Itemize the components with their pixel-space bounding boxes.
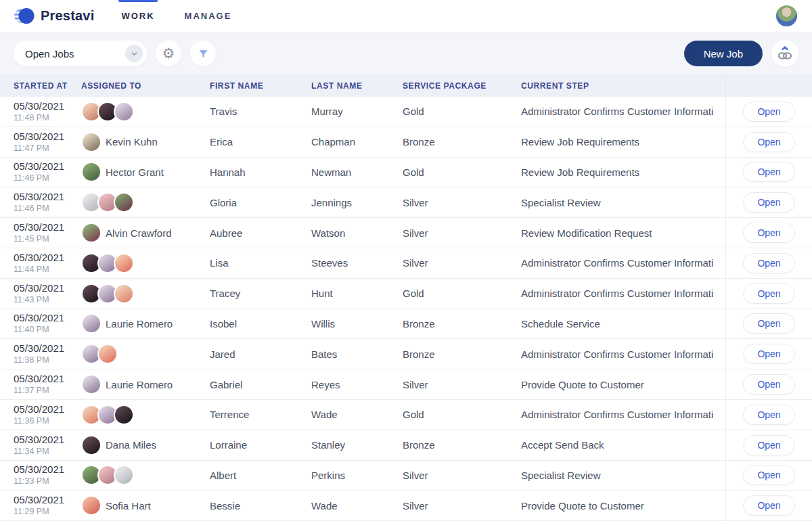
top-nav: Prestavi WORK MANAGE (0, 0, 812, 32)
last-name-cell: Wade (311, 500, 403, 512)
action-cell: Open (725, 339, 812, 369)
toolbar: Open Jobs ⚙ New Job (0, 32, 812, 74)
assignee-avatar (81, 132, 102, 152)
open-job-button[interactable]: Open (743, 344, 794, 364)
jobs-table: STARTED AT ASSIGNED TO FIRST NAME LAST N… (0, 74, 812, 521)
started-time: 11:44 PM (14, 265, 81, 275)
action-cell: Open (725, 309, 812, 339)
tab-manage[interactable]: MANAGE (183, 0, 233, 32)
action-cell: Open (725, 97, 812, 127)
service-package-cell: Gold (403, 166, 521, 178)
started-time: 11:34 PM (14, 447, 81, 457)
service-package-cell: Bronze (403, 136, 521, 148)
share-link-button[interactable] (771, 40, 798, 67)
assignee-avatar (114, 253, 134, 273)
gear-icon: ⚙ (162, 47, 175, 61)
col-header-assigned-to: ASSIGNED TO (81, 81, 210, 91)
current-step-cell: Schedule Service (521, 318, 725, 330)
assignee-avatar (114, 192, 134, 212)
open-job-button[interactable]: Open (743, 101, 794, 122)
service-package-cell: Silver (403, 379, 521, 390)
first-name-cell: Albert (210, 470, 311, 481)
open-job-button[interactable]: Open (743, 313, 794, 334)
tab-work[interactable]: WORK (120, 0, 156, 32)
open-job-button[interactable]: Open (743, 192, 794, 212)
current-step-cell: Review Job Requirements (521, 166, 725, 178)
assignee-avatar (114, 284, 134, 304)
current-step-cell: Specialist Review (521, 470, 725, 481)
open-job-button[interactable]: Open (743, 374, 794, 394)
assigned-to-cell: Kevin Kuhn (81, 132, 210, 152)
open-job-button[interactable]: Open (743, 223, 794, 243)
first-name-cell: Bessie (210, 500, 311, 512)
started-time: 11:36 PM (14, 416, 81, 426)
action-cell: Open (725, 400, 812, 430)
action-cell: Open (725, 187, 812, 217)
current-step-cell: Accept Send Back (521, 439, 725, 451)
started-at-cell: 05/30/2021 11:33 PM (0, 463, 81, 486)
assigned-to-cell (81, 284, 210, 304)
col-header-actions (725, 74, 812, 97)
assignee-avatar (114, 465, 134, 485)
action-cell: Open (725, 127, 812, 157)
first-name-cell: Gloria (210, 197, 311, 208)
last-name-cell: Perkins (311, 470, 403, 481)
open-job-button[interactable]: Open (743, 284, 794, 304)
job-view-select-value: Open Jobs (25, 48, 74, 60)
action-cell: Open (725, 248, 812, 278)
chevron-down-icon[interactable] (125, 45, 143, 62)
open-job-button[interactable]: Open (743, 162, 794, 182)
open-job-button[interactable]: Open (743, 465, 794, 485)
started-time: 11:38 PM (14, 355, 81, 365)
service-package-cell: Silver (403, 500, 521, 512)
current-step-cell: Administrator Confirms Customer Informat… (521, 257, 725, 269)
started-at-cell: 05/30/2021 11:44 PM (0, 252, 81, 275)
action-cell: Open (725, 158, 812, 187)
started-time: 11:46 PM (14, 204, 81, 214)
last-name-cell: Stanley (311, 439, 403, 451)
first-name-cell: Terrence (210, 409, 311, 420)
table-row: 05/30/2021 11:37 PM Laurie Romero Gabrie… (0, 369, 812, 400)
assignee-name: Dana Miles (106, 439, 156, 451)
current-step-cell: Review Job Requirements (521, 136, 725, 148)
open-job-button[interactable]: Open (743, 495, 794, 516)
assignee-avatar (114, 405, 134, 425)
job-view-select[interactable]: Open Jobs (14, 41, 147, 66)
new-job-button[interactable]: New Job (684, 41, 763, 66)
assignee-name: Sofia Hart (106, 500, 151, 512)
started-time: 11:29 PM (14, 507, 81, 517)
first-name-cell: Aubree (210, 227, 311, 239)
filter-button[interactable] (190, 41, 216, 66)
assigned-to-cell (81, 253, 210, 273)
started-date: 05/30/2021 (14, 191, 81, 203)
settings-button[interactable]: ⚙ (156, 41, 181, 66)
first-name-cell: Tracey (210, 288, 311, 299)
assignee-name: Kevin Kuhn (106, 136, 158, 148)
share-link-icon (777, 45, 793, 62)
open-job-button[interactable]: Open (743, 435, 794, 455)
first-name-cell: Travis (210, 106, 311, 117)
started-date: 05/30/2021 (14, 221, 81, 233)
table-row: 05/30/2021 11:47 PM Kevin Kuhn Erica Cha… (0, 127, 812, 158)
started-at-cell: 05/30/2021 11:38 PM (0, 342, 81, 365)
last-name-cell: Jennings (311, 197, 403, 208)
assignee-name: Hector Grant (106, 166, 164, 178)
started-date: 05/30/2021 (14, 373, 81, 385)
first-name-cell: Lorraine (210, 439, 311, 451)
started-date: 05/30/2021 (14, 342, 81, 355)
open-job-button[interactable]: Open (743, 253, 794, 273)
open-job-button[interactable]: Open (743, 132, 794, 152)
started-time: 11:43 PM (14, 295, 81, 305)
user-profile-avatar[interactable] (776, 5, 797, 26)
open-job-button[interactable]: Open (743, 405, 794, 425)
started-date: 05/30/2021 (14, 160, 81, 173)
started-date: 05/30/2021 (14, 434, 81, 446)
table-row: 05/30/2021 11:46 PM Gloria Jennings Silv… (0, 187, 812, 218)
col-header-first-name: FIRST NAME (210, 81, 311, 91)
assigned-to-cell: Laurie Romero (81, 374, 210, 394)
service-package-cell: Gold (403, 288, 521, 299)
table-row: 05/30/2021 11:29 PM Sofia Hart Bessie Wa… (0, 491, 812, 521)
started-time: 11:47 PM (14, 143, 81, 154)
service-package-cell: Bronze (403, 318, 521, 330)
service-package-cell: Gold (403, 409, 521, 420)
